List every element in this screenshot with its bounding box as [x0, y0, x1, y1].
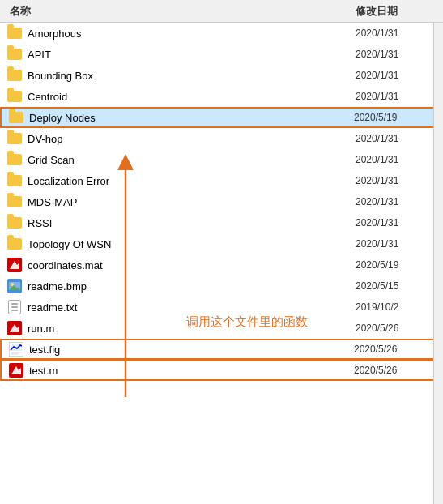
file-name-label: run.m [28, 322, 356, 335]
folder-icon [6, 46, 23, 62]
file-name-label: Topology Of WSN [28, 238, 356, 250]
name-column-header: 名称 [6, 4, 356, 19]
file-name-label: RSSI [28, 217, 356, 229]
file-name-label: test.m [29, 365, 354, 377]
list-item[interactable]: coordinates.mat2020/5/19 [0, 254, 443, 275]
folder-icon [8, 109, 24, 126]
list-item[interactable]: test.fig2020/5/26 [0, 339, 443, 360]
file-name-label: Centroid [28, 91, 356, 103]
file-date-label: 2020/5/15 [356, 280, 437, 292]
file-name-label: Localization Error [28, 175, 356, 187]
file-date-label: 2020/1/31 [356, 217, 437, 229]
file-name-label: DV-hop [28, 133, 356, 145]
file-name-label: MDS-MAP [28, 196, 356, 208]
list-item[interactable]: Topology Of WSN2020/1/31 [0, 233, 443, 254]
list-item[interactable]: Grid Scan2020/1/31 [0, 149, 443, 170]
folder-icon [6, 88, 23, 105]
file-name-label: Amorphous [28, 28, 356, 40]
file-list: Amorphous2020/1/31APIT2020/1/31Bounding … [0, 23, 443, 381]
file-date-label: 2020/1/31 [356, 91, 437, 102]
list-item[interactable]: Amorphous2020/1/31 [0, 23, 443, 44]
file-date-label: 2020/5/19 [354, 112, 435, 123]
list-item[interactable]: readme.txt2019/10/2 [0, 297, 443, 318]
list-item[interactable]: APIT2020/1/31 [0, 44, 443, 65]
list-item[interactable]: Deploy Nodes2020/5/19 [0, 107, 443, 128]
folder-icon [6, 25, 23, 41]
txt-file-icon [6, 299, 23, 315]
file-date-label: 2019/10/2 [356, 301, 437, 313]
file-name-label: test.fig [29, 344, 354, 356]
matlab-icon [6, 320, 23, 336]
list-item[interactable]: RSSI2020/1/31 [0, 212, 443, 233]
list-item[interactable]: Localization Error2020/1/31 [0, 170, 443, 191]
file-date-label: 2020/5/26 [354, 365, 435, 376]
file-date-label: 2020/1/31 [356, 70, 437, 81]
file-date-label: 2020/1/31 [356, 154, 437, 165]
folder-icon [6, 236, 23, 252]
file-name-label: Grid Scan [28, 154, 356, 166]
date-column-header: 修改日期 [356, 4, 437, 19]
file-date-label: 2020/5/26 [354, 344, 435, 355]
file-name-label: Deploy Nodes [29, 112, 354, 124]
column-header: 名称 修改日期 [0, 0, 443, 23]
bmp-file-icon [6, 278, 23, 294]
file-date-label: 2020/1/31 [356, 133, 437, 144]
folder-icon [6, 152, 23, 168]
file-name-label: coordinates.mat [28, 259, 356, 271]
folder-icon [6, 194, 23, 210]
file-name-label: readme.bmp [28, 280, 356, 293]
file-name-label: Bounding Box [28, 70, 356, 82]
folder-icon [6, 130, 23, 147]
file-date-label: 2020/1/31 [356, 196, 437, 207]
list-item[interactable]: readme.bmp2020/5/15 [0, 275, 443, 297]
file-date-label: 2020/1/31 [356, 175, 437, 186]
file-name-label: APIT [28, 49, 356, 61]
file-date-label: 2020/1/31 [356, 28, 437, 39]
list-item[interactable]: run.m2020/5/26 [0, 318, 443, 339]
file-date-label: 2020/1/31 [356, 49, 437, 60]
folder-icon [6, 173, 23, 189]
file-date-label: 2020/5/19 [356, 259, 437, 271]
folder-icon [6, 215, 23, 231]
list-item[interactable]: Centroid2020/1/31 [0, 86, 443, 107]
mat-file-icon [6, 257, 23, 273]
list-item[interactable]: MDS-MAP2020/1/31 [0, 191, 443, 212]
scrollbar[interactable] [433, 23, 443, 504]
svg-point-4 [11, 283, 14, 286]
folder-icon [6, 67, 23, 83]
list-item[interactable]: test.m2020/5/26 [0, 360, 443, 381]
list-item[interactable]: DV-hop2020/1/31 [0, 128, 443, 149]
file-name-label: readme.txt [28, 301, 356, 314]
file-date-label: 2020/5/26 [356, 322, 437, 334]
file-date-label: 2020/1/31 [356, 238, 437, 250]
fig-file-icon [8, 341, 24, 357]
file-explorer: 名称 修改日期 Amorphous2020/1/31APIT2020/1/31B… [0, 0, 443, 504]
matlab-icon [8, 362, 24, 378]
list-item[interactable]: Bounding Box2020/1/31 [0, 65, 443, 86]
